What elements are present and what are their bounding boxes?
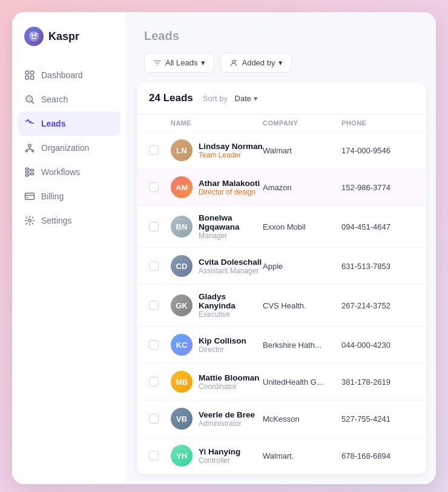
- phone-number: 094-451-4647: [341, 222, 414, 231]
- sidebar-item-workflows[interactable]: Workflows: [12, 160, 127, 184]
- page-title: Leads: [144, 29, 419, 43]
- svg-point-0: [29, 32, 39, 42]
- sidebar-item-settings[interactable]: Settings: [12, 208, 127, 233]
- phone-number: 267-214-3752: [341, 301, 414, 310]
- table-row[interactable]: BN Bonelwa Ngqawana Manager Exxon Mobil …: [137, 206, 426, 248]
- table-row[interactable]: YH Yi Hanying Controller Walmart. 678-16…: [137, 437, 426, 474]
- sidebar-item-dashboard[interactable]: Dashboard: [12, 63, 127, 87]
- sidebar-item-leads[interactable]: Leads: [18, 111, 120, 136]
- person-details: Yi Hanying Controller: [199, 447, 240, 465]
- person-name: Mattie Blooman: [199, 373, 260, 382]
- row-checkbox[interactable]: [149, 261, 171, 271]
- sidebar: Kaspr Dashboard Search Leads Organizatio…: [12, 12, 127, 484]
- filter-icon: [153, 59, 162, 67]
- table-row[interactable]: VB Veerle de Bree Administrator McKesson…: [137, 401, 426, 437]
- svg-point-8: [28, 98, 31, 101]
- person-details: Gladys Kanyinda Executive: [199, 292, 263, 319]
- sidebar-item-label: Search: [41, 95, 68, 104]
- row-checkbox[interactable]: [149, 145, 171, 155]
- person-title: Controller: [199, 456, 240, 465]
- filter-bar: All Leads ▾ Added by ▾: [144, 53, 419, 73]
- logo-icon: [24, 27, 44, 46]
- all-leads-label: All Leads: [165, 58, 197, 67]
- row-checkbox[interactable]: [149, 451, 171, 460]
- table-row[interactable]: LN Lindsay Norman Team Leader Walmart 17…: [137, 132, 426, 169]
- person-details: Veerle de Bree Administrator: [199, 410, 255, 428]
- person-details: Mattie Blooman Coordinator: [199, 373, 260, 391]
- sort-value: Date: [235, 94, 251, 103]
- svg-point-2: [35, 34, 36, 36]
- svg-rect-3: [25, 71, 28, 74]
- avatar: VB: [171, 408, 193, 430]
- sidebar-item-label: Leads: [41, 119, 65, 128]
- svg-rect-13: [25, 171, 28, 173]
- avatar: AM: [171, 176, 193, 198]
- app-container: Kaspr Dashboard Search Leads Organizatio…: [12, 12, 436, 484]
- sidebar-item-label: Billing: [41, 191, 64, 201]
- row-checkbox[interactable]: [149, 414, 171, 424]
- person-info: VB Veerle de Bree Administrator: [171, 408, 263, 430]
- added-by-label: Added by: [242, 58, 275, 67]
- sidebar-item-label: Organization: [41, 143, 89, 153]
- main-content: Leads All Leads ▾ Added by ▾: [127, 12, 436, 484]
- person-info: BN Bonelwa Ngqawana Manager: [171, 213, 263, 240]
- billing-icon: [24, 191, 35, 202]
- table-row[interactable]: MB Mattie Blooman Coordinator UnitedHeal…: [137, 364, 426, 401]
- row-checkbox[interactable]: [149, 301, 171, 310]
- sidebar-item-organization[interactable]: Organization: [12, 136, 127, 160]
- added-by-filter-btn[interactable]: Added by ▾: [220, 53, 292, 73]
- person-name: Yi Hanying: [199, 447, 240, 456]
- table-row[interactable]: CD Cvita Doleschall Assistant Manager Ap…: [137, 248, 426, 285]
- avatar: KC: [171, 334, 193, 356]
- person-details: Kip Collison Director: [199, 336, 246, 354]
- name-col-header: NAME: [171, 119, 263, 127]
- sort-button[interactable]: Sort by Date ▾: [203, 94, 258, 103]
- table-columns-header: NAME COMPANY PHONE: [137, 115, 426, 132]
- person-details: Athar Malakooti Director of design: [199, 179, 260, 196]
- person-name: Veerle de Bree: [199, 410, 255, 419]
- company-name: CVS Health.: [263, 301, 341, 310]
- person-info: KC Kip Collison Director: [171, 334, 263, 356]
- company-name: Exxon Mobil: [263, 222, 341, 231]
- page-header: Leads All Leads ▾ Added by ▾: [127, 12, 436, 82]
- phone-col-header: PHONE: [341, 119, 414, 127]
- row-checkbox[interactable]: [149, 182, 171, 192]
- svg-point-1: [31, 34, 33, 36]
- logo: Kaspr: [12, 27, 127, 63]
- avatar: YH: [171, 445, 193, 467]
- phone-number: 631-513-7853: [341, 262, 414, 271]
- sidebar-item-billing[interactable]: Billing: [12, 184, 127, 208]
- person-details: Cvita Doleschall Assistant Manager: [199, 258, 262, 275]
- person-name: Lindsay Norman: [199, 142, 263, 151]
- all-leads-filter-btn[interactable]: All Leads ▾: [144, 53, 214, 73]
- svg-point-20: [232, 60, 236, 63]
- row-checkbox[interactable]: [149, 340, 171, 350]
- person-info: MB Mattie Blooman Coordinator: [171, 371, 263, 393]
- company-name: Amazon: [263, 183, 341, 192]
- phone-number: 174-000-9546: [341, 146, 414, 155]
- person-title: Executive: [199, 310, 263, 319]
- company-name: Apple: [263, 262, 341, 271]
- phone-number: 678-168-6894: [341, 451, 414, 460]
- person-info: AM Athar Malakooti Director of design: [171, 176, 263, 198]
- checkbox-col-header: [149, 119, 171, 127]
- leads-icon: [24, 118, 35, 129]
- sort-chevron: ▾: [254, 94, 258, 103]
- sidebar-item-search[interactable]: Search: [12, 87, 127, 111]
- person-info: LN Lindsay Norman Team Leader: [171, 139, 263, 161]
- table-row[interactable]: KC Kip Collison Director Berkshire Hath.…: [137, 327, 426, 364]
- svg-rect-14: [25, 175, 28, 176]
- row-checkbox[interactable]: [149, 222, 171, 231]
- avatar: BN: [171, 216, 193, 238]
- table-row[interactable]: AM Athar Malakooti Director of design Am…: [137, 169, 426, 206]
- company-col-header: COMPANY: [263, 119, 341, 127]
- row-checkbox[interactable]: [149, 377, 171, 387]
- settings-icon: [24, 215, 35, 226]
- all-leads-chevron: ▾: [201, 58, 205, 67]
- added-by-chevron: ▾: [278, 58, 283, 67]
- sort-by-label: Sort by: [203, 94, 228, 103]
- avatar: CD: [171, 255, 193, 277]
- table-row[interactable]: GK Gladys Kanyinda Executive CVS Health.…: [137, 285, 426, 327]
- svg-rect-16: [31, 173, 34, 175]
- person-title: Manager: [199, 231, 263, 240]
